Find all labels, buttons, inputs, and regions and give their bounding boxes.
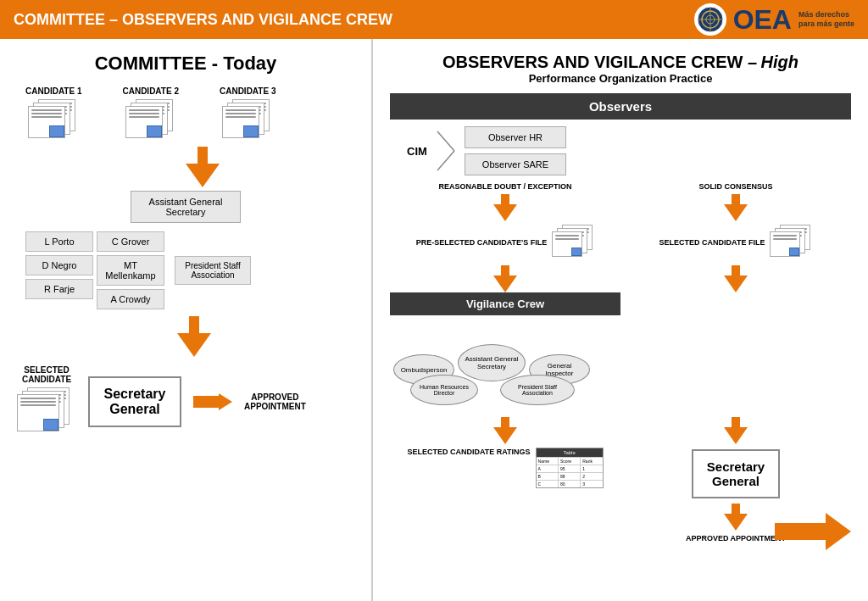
doubt-label: REASONABLE DOUBT / EXCEPTION — [438, 182, 571, 191]
left-doubt-col: REASONABLE DOUBT / EXCEPTION PRE-SELECTE… — [390, 182, 620, 292]
name-a-crowdy: A Crowdy — [97, 289, 164, 309]
name-d-negro: D Negro — [25, 255, 93, 275]
header: COMMITTEE – OBSERVERS AND VIGILANCE CREW… — [0, 0, 868, 39]
big-arrow-head — [826, 513, 851, 550]
solid-label: SOLID CONSENSUS — [698, 182, 772, 191]
right-title-sub: Performance Organization Practice — [390, 72, 851, 85]
candidate-3-label: CANDIDATE 3 — [220, 86, 275, 96]
candidate-1-label: CANDIDATE 1 — [25, 86, 81, 96]
observers-left: Observers CIM Observer HR Observer SARE — [390, 93, 851, 175]
right-panel: OBSERVERS AND VIGILANCE CREW – High Perf… — [373, 39, 868, 601]
ratings-cell: A — [537, 465, 559, 472]
candidate-3-col: CANDIDATE 3 — [220, 86, 275, 142]
right-consensus-col: SOLID CONSENSUS SELECTED CANDIDATE FILE — [620, 182, 851, 292]
names-right-col: C Grover MT Mellenkamp A Crowdy — [97, 231, 164, 309]
oea-tagline: Más derechos para más gente — [798, 10, 854, 29]
president-staff-col: President Staff Association — [175, 231, 251, 309]
asst-gen-sec-box: Assistant General Secretary — [131, 191, 241, 223]
observers-section: Observers CIM Observer HR Observer SARE — [390, 93, 851, 175]
ratings-col: SELECTED CANDIDATE RATINGS Table Name Sc… — [390, 417, 620, 543]
secretary-general-box-right: Secretary General — [692, 449, 780, 498]
observers-box: Observers — [390, 93, 851, 120]
arrow-consensus — [724, 194, 748, 221]
cim-label: CIM — [407, 145, 427, 158]
observer-hr-box: Observer HR — [465, 126, 566, 148]
doc-page — [28, 106, 65, 138]
ratings-cell: 80 — [559, 481, 581, 487]
selected-cand-file-label: SELECTED CANDIDATE FILE — [659, 238, 765, 247]
arrow-horiz-head — [219, 393, 232, 410]
svg-line-6 — [437, 151, 454, 170]
ratings-cell: Score — [559, 458, 581, 465]
oval-container: Assistant General Secretary Ombudsperson… — [390, 320, 593, 414]
ratings-cell: Rank — [581, 458, 602, 465]
approved-label-left: APPROVED APPOINTMENT — [244, 392, 306, 411]
left-panel: COMMITTEE - Today CANDIDATE 1 CANDIDATE … — [0, 39, 373, 601]
selected-candidate-docs — [17, 387, 76, 438]
name-grid: L Porto D Negro R Farje C Grover MT Mell… — [25, 231, 354, 309]
ratings-row-1: Name Score Rank — [537, 457, 603, 465]
candidate-1-col: CANDIDATE 1 — [25, 86, 81, 142]
candidate-1-docs — [28, 99, 79, 142]
candidate-2-label: CANDIDATE 2 — [122, 86, 178, 96]
oval-president-staff: President Staff Association — [500, 375, 575, 405]
candidate-2-col: CANDIDATE 2 — [122, 86, 178, 142]
doc-page — [17, 394, 59, 431]
candidate-2-docs — [125, 99, 176, 142]
ratings-table: Table Name Score Rank A 95 1 B — [536, 448, 604, 488]
observer-boxes: Observer HR Observer SARE — [465, 126, 566, 175]
asst-gen-sec-text: Assistant General Secretary — [149, 197, 223, 217]
doc-page — [125, 106, 163, 138]
candidates-row: CANDIDATE 1 CANDIDATE 2 CANDIDATE 3 — [25, 86, 354, 142]
bottom-two-col: SELECTED CANDIDATE RATINGS Table Name Sc… — [390, 417, 851, 543]
ratings-cell: 2 — [581, 473, 602, 480]
ratings-cell: C — [537, 481, 559, 487]
cim-bracket — [436, 130, 456, 172]
preselected-area: PRE-SELECTED CANDIDATE'S FILE — [416, 225, 594, 260]
oas-logo-circle — [694, 3, 726, 36]
preselected-label: PRE-SELECTED CANDIDATE'S FILE — [416, 238, 547, 247]
arrow-right-area — [193, 393, 232, 410]
big-arrow-stem — [775, 523, 826, 540]
asst-gen-sec-area: Assistant General Secretary — [17, 191, 354, 226]
header-title: COMMITTEE – OBSERVERS AND VIGILANCE CREW — [14, 11, 392, 29]
arrow-sec-gen — [724, 417, 748, 444]
selected-cand-file-area: SELECTED CANDIDATE FILE — [659, 225, 813, 260]
ratings-row-3: B 88 2 — [537, 472, 603, 480]
candidate-3-docs — [222, 99, 273, 142]
doc-page — [222, 106, 259, 138]
oea-logo-text: OEA — [733, 6, 792, 33]
ratings-cell: 1 — [581, 465, 602, 472]
ratings-area: SELECTED CANDIDATE RATINGS Table Name Sc… — [407, 448, 603, 488]
ratings-cell: 88 — [559, 473, 581, 480]
ratings-cell: Name — [537, 458, 559, 465]
arrow-horiz-stem — [193, 396, 219, 408]
name-l-porto: L Porto — [25, 231, 93, 252]
main-content: COMMITTEE - Today CANDIDATE 1 CANDIDATE … — [0, 39, 868, 601]
cim-bracket-svg — [436, 130, 456, 172]
arrow-consensus-2 — [724, 265, 748, 292]
vigilance-section: Vigilance Crew Assistant General Secreta… — [390, 292, 620, 414]
arrow-doubt — [493, 194, 517, 221]
names-left-col: L Porto D Negro R Farje — [25, 231, 93, 309]
secretary-general-box-left: Secretary General — [88, 376, 181, 427]
ratings-cell: 95 — [559, 465, 581, 472]
president-staff-box: President Staff Association — [175, 256, 251, 285]
right-title-main: OBSERVERS AND VIGILANCE CREW – — [442, 53, 757, 71]
oval-asst-gen-sec: Assistant General Secretary — [458, 344, 526, 381]
cim-row: CIM Observer HR Observer SARE — [390, 126, 851, 175]
approved-label-right: APPROVED APPOINTMENT — [686, 534, 786, 543]
right-title-bold: High — [761, 53, 798, 71]
arrow-ratings — [493, 417, 517, 444]
right-panel-title: OBSERVERS AND VIGILANCE CREW – High Perf… — [390, 53, 851, 85]
header-logo: OEA Más derechos para más gente — [694, 3, 854, 36]
arrow-approved — [724, 504, 748, 531]
name-c-grover: C Grover — [97, 231, 164, 252]
big-arrow-right — [775, 513, 851, 550]
ratings-table-header: Table — [537, 448, 603, 457]
selected-ratings-label: SELECTED CANDIDATE RATINGS — [407, 448, 530, 456]
vigilance-box: Vigilance Crew — [390, 292, 620, 315]
preselected-docs — [552, 225, 594, 260]
arrow-doubt-2 — [493, 265, 517, 292]
ratings-row-4: C 80 3 — [537, 480, 603, 487]
